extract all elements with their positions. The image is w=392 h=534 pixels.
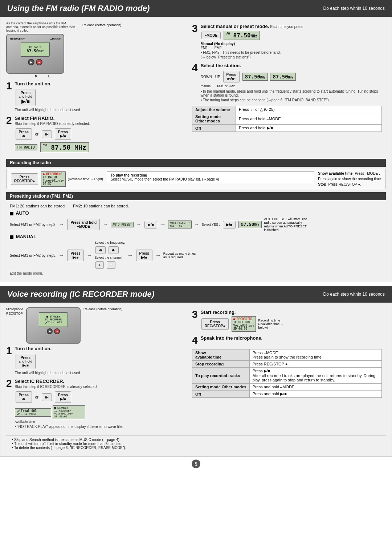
release-note2: Release (before operation): [83, 307, 122, 311]
auto-press-hold-box[interactable]: Press and hold –MODE: [67, 219, 100, 230]
voice-step2-or: or: [35, 395, 38, 399]
voice-step2-next[interactable]: ⏭: [42, 393, 52, 401]
rec-line2: FM RADIO: [43, 176, 64, 179]
voice-step2: 2 Select IC RECORDER. Skip this step if …: [6, 379, 188, 429]
voice-step4-num: 4: [192, 335, 198, 345]
manual-arrow2-icon: →: [87, 252, 93, 259]
voice-play-label: To play recorded tracks: [192, 368, 250, 384]
settings-volume-label: Adjust the volume: [192, 106, 236, 113]
manual-down-icon[interactable]: −: [107, 261, 115, 269]
voice-show-press: Press –MODE . Press again to show the re…: [249, 349, 381, 361]
fm-radio-header: Using the FM radio (FM RADIO mode) Do ea…: [0, 0, 392, 17]
auto-play-icon: ▶/■: [148, 223, 154, 227]
fm-step1: 1 Turn the unit on. Press and hold ▶/■ T…: [6, 81, 188, 112]
rec-button-icon[interactable]: ●: [36, 59, 42, 65]
exit-note: Exit the mode menu.: [10, 271, 382, 275]
settings-row-volume: Adjust the volume Press ↓↑ or △ (0-25): [192, 106, 382, 113]
voice-step1-note: The unit will highlight the mode last us…: [15, 371, 189, 375]
voice-step3-press[interactable]: Press REC/STOP●: [201, 318, 229, 330]
fm-radio-body: As the cord of the earphones acts the FM…: [0, 17, 392, 282]
rec-time-note: (Available time → Right): [68, 177, 103, 181]
settings-off-press: Press and hold ▶/■: [236, 125, 382, 132]
manual-steps-row: Select FM1 or FM2 by step3. → Press ▶/■ …: [10, 241, 382, 270]
voice-step1: 1 Turn the unit on. Press and hold ▶/■ T…: [6, 346, 188, 375]
fm-radio-section: Using the FM radio (FM RADIO mode) Do ea…: [0, 0, 392, 282]
voice-do-each: Do each step within 10 seconds: [323, 292, 385, 297]
manual-arrow3-icon: →: [127, 252, 133, 259]
voice-step2-title: Select IC RECORDER.: [15, 379, 65, 384]
fm-freq-display: FM 87.50 MHz: [40, 142, 89, 152]
device-note: As the cord of the earphones acts the FM…: [6, 21, 75, 32]
voice-settings-off: Off Press and hold ▶/■: [192, 391, 382, 398]
microphone-label: Microphone: [6, 307, 23, 311]
fm-right-col: 3 Select manual or preset mode. Each tim…: [192, 21, 382, 156]
settings-row-setting: Setting mode Other modes Press and hold …: [192, 113, 382, 125]
auto-arrow1-icon: →: [58, 221, 64, 228]
voice-mode-label: Setting mode Other modes: [192, 384, 250, 391]
step3-note1: • FM1, FM2 : This needs to be preset bef…: [201, 50, 382, 54]
step4-press-box[interactable]: Press ⏮/⏭: [223, 71, 240, 82]
step2-title: Select FM RADIO.: [15, 116, 55, 121]
ic-rec-icon[interactable]: ●: [54, 328, 60, 334]
recording-bar: Recording the radio Press REC/STOP● ● RE…: [6, 159, 386, 189]
presetting-title: Presetting stations (FM1, FM2): [6, 192, 386, 200]
voice-step2-press2[interactable]: Press ▶/■: [55, 391, 71, 403]
step3-note2: (→ below "Presetting stations"): [201, 55, 382, 59]
manual-prev-icon[interactable]: ⏮: [95, 246, 106, 254]
manual-play-icon: ▶/■: [73, 255, 79, 259]
step4-num: 4: [192, 63, 198, 73]
recording-press-box[interactable]: Press REC/STOP●: [11, 173, 38, 185]
voice-rec-time-note: Recording time (Available time → below): [258, 319, 287, 329]
step3-freq: FM 87.50MHz: [224, 31, 260, 40]
manual-square-icon: [10, 235, 13, 239]
step2-num: 2: [6, 116, 12, 126]
recording-section: Press REC/STOP● ● RECORDING FM RADIO Tun…: [6, 169, 386, 189]
step2-press1-box[interactable]: Press ⏮: [16, 128, 32, 140]
step1-press-box[interactable]: Press and hold ▶/■: [16, 89, 36, 106]
voice-step1-press[interactable]: Press and hold ▶/■: [16, 354, 36, 369]
auto-arrow3-icon: →: [136, 221, 142, 228]
voice-device-box: ■ STANDBY IC RECORDER 🎤Total 003 ▶ ●: [26, 307, 81, 344]
fm-mode-display: FM RADIO: [15, 144, 37, 150]
page-number-row: 5: [0, 460, 392, 468]
step2-or: or: [35, 132, 38, 136]
ic-play-icon[interactable]: ▶: [47, 328, 53, 334]
auto-arrow4-icon: →: [160, 221, 166, 228]
step3-fm1-fm2: FM1 → FM2: [201, 46, 382, 50]
device-box: REC/STOP –MODE FM RADIO 87.50MHz ▶ ●: [6, 34, 64, 74]
step4-nav-icon: ⏮/⏭: [227, 77, 236, 81]
manual-press-box[interactable]: Press ▶/■: [67, 250, 83, 261]
auto-play-btn[interactable]: ▶/■: [144, 221, 157, 228]
manual-arrow1-icon: →: [58, 252, 64, 259]
recording-press-group: Press REC/STOP● ● RECORDING FM RADIO Tun…: [10, 171, 103, 187]
auto-square-icon: [10, 212, 13, 215]
auto-preset-q-screen: AUTO PRESET ? YES NO: [168, 221, 192, 228]
settings-setting-press: Press and hold –MODE: [236, 113, 382, 125]
fm-step3: 3 Select manual or preset mode. Each tim…: [192, 24, 382, 59]
auto-arrow2-icon: →: [103, 221, 109, 228]
rec-line3: Tuner001.wav: [43, 179, 64, 182]
step2-skip: Skip this step if FM RADIO is already se…: [15, 122, 189, 126]
step2-press2-box[interactable]: ⏭: [42, 130, 52, 138]
step2-press2: Press: [58, 130, 68, 134]
manual-next-icon[interactable]: ⏭: [109, 246, 119, 254]
fm-left-col: As the cord of the earphones acts the FM…: [6, 21, 188, 156]
ic-rec-display: IC RECORDER: [45, 318, 62, 321]
rl-labels: R L: [35, 74, 50, 78]
step2-press3-box[interactable]: Press ▶/■: [55, 128, 71, 140]
voice-step2-press1[interactable]: Press ⏮: [16, 391, 32, 403]
step2-press1: Press: [19, 130, 29, 134]
voice-top-row: Microphone REC/STOP ■ STANDBY IC RECORDE…: [6, 307, 386, 432]
manual-play-btn2[interactable]: Press ▶/■: [136, 250, 152, 261]
auto-play-btn2[interactable]: ▶/■: [223, 221, 236, 228]
manual-label: MANUAL: [10, 234, 382, 239]
manual-up-icon[interactable]: +: [95, 261, 104, 269]
voice-footnotes: • Skip and Search method is the same as …: [6, 435, 386, 452]
step3-mode-press[interactable]: –MODE: [201, 32, 221, 39]
release-note: Release (before operation): [82, 21, 121, 27]
stop-press: Press REC/STOP ●.: [328, 182, 362, 186]
fm-freq-screen: 87.50MHz: [26, 49, 44, 53]
voice-step2-skip: Skip this step if IC RECORDER is already…: [15, 385, 189, 389]
voice-section: Voice recording (IC RECORDER mode) Do ea…: [0, 286, 392, 457]
play-button-icon[interactable]: ▶: [28, 59, 34, 65]
